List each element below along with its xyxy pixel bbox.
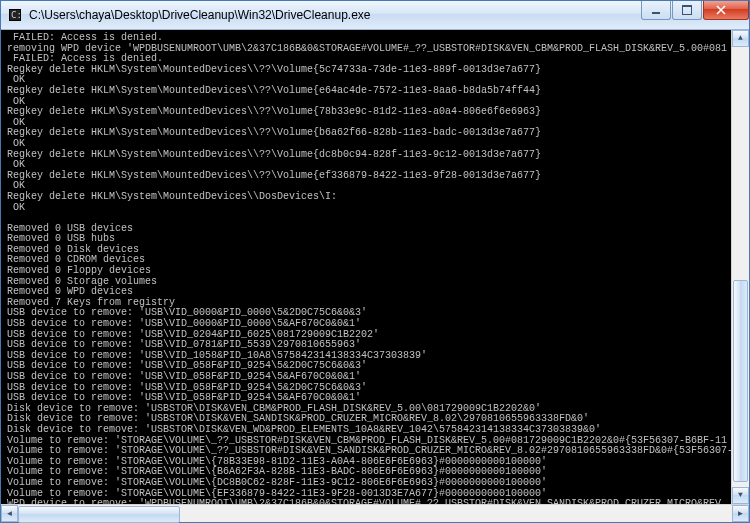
horizontal-scroll-track[interactable]	[18, 505, 732, 522]
horizontal-scroll-thumb[interactable]	[18, 506, 180, 523]
console-line: Regkey delete HKLM\System\MountedDevices…	[7, 171, 739, 182]
console-line: Regkey delete HKLM\System\MountedDevices…	[7, 192, 739, 203]
horizontal-scrollbar[interactable]: ◄ ►	[1, 504, 749, 522]
console-line: Disk device to remove: 'USBSTOR\DISK&VEN…	[7, 425, 739, 436]
minimize-button[interactable]	[641, 1, 671, 20]
console-line: OK	[7, 203, 739, 214]
console-line: Regkey delete HKLM\System\MountedDevices…	[7, 128, 739, 139]
scroll-left-button[interactable]: ◄	[1, 505, 18, 522]
vertical-scroll-thumb[interactable]	[733, 280, 748, 482]
vertical-scrollbar[interactable]: ▲ ▼	[731, 30, 749, 504]
window-controls	[640, 1, 749, 29]
app-icon: C:	[7, 7, 23, 23]
console-line: Regkey delete HKLM\System\MountedDevices…	[7, 107, 739, 118]
console-line: FAILED: Access is denied.	[7, 33, 739, 44]
console-output: FAILED: Access is denied.removing WPD de…	[1, 30, 749, 504]
console-line: OK	[7, 139, 739, 150]
console-line: USB device to remove: 'USB\VID_058F&PID_…	[7, 372, 739, 383]
close-button[interactable]	[703, 1, 749, 20]
console-line: Regkey delete HKLM\System\MountedDevices…	[7, 86, 739, 97]
maximize-button[interactable]	[672, 1, 702, 20]
scroll-right-button[interactable]: ►	[732, 505, 749, 522]
console-line: Regkey delete HKLM\System\MountedDevices…	[7, 65, 739, 76]
app-window: C: C:\Users\chaya\Desktop\DriveCleanup\W…	[0, 0, 750, 523]
titlebar[interactable]: C: C:\Users\chaya\Desktop\DriveCleanup\W…	[1, 1, 749, 30]
console-line: Volume to remove: 'STORAGE\VOLUME\{DC8B0…	[7, 478, 739, 489]
console-line: Regkey delete HKLM\System\MountedDevices…	[7, 150, 739, 161]
scroll-down-button[interactable]: ▼	[732, 487, 749, 504]
window-title: C:\Users\chaya\Desktop\DriveCleanup\Win3…	[29, 8, 640, 22]
svg-text:C:: C:	[11, 10, 22, 20]
console-line: Removed 0 USB devices	[7, 224, 739, 235]
scroll-up-button[interactable]: ▲	[732, 30, 749, 47]
